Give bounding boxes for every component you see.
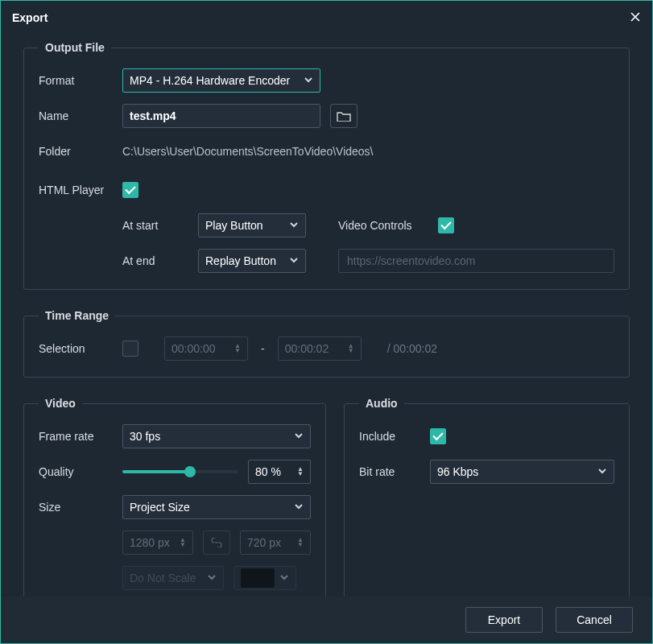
time-to-input[interactable]: 00:00:02 ▲▼: [278, 336, 362, 361]
chevron-down-icon: [294, 430, 304, 443]
stepper-arrows-icon: ▲▼: [297, 538, 304, 547]
url-input[interactable]: https://screentovideo.com: [338, 249, 614, 273]
selection-checkbox[interactable]: [122, 341, 138, 357]
link-dimensions-button[interactable]: [203, 530, 230, 555]
quality-label: Quality: [39, 465, 113, 478]
time-from-input[interactable]: 00:00:00 ▲▼: [164, 336, 248, 361]
output-file-group: Output File Format MP4 - H.264 Hardware …: [23, 41, 630, 290]
chevron-down-icon: [207, 572, 217, 584]
titlebar: Export: [1, 1, 652, 35]
include-audio-checkbox[interactable]: [430, 428, 446, 444]
video-controls-label: Video Controls: [338, 219, 412, 232]
bitrate-select[interactable]: 96 Kbps: [430, 460, 614, 484]
name-label: Name: [39, 109, 113, 122]
browse-folder-button[interactable]: [330, 104, 357, 128]
chevron-down-icon: [289, 254, 299, 267]
name-input[interactable]: [122, 104, 320, 128]
dialog-footer: Export Cancel: [1, 597, 652, 643]
size-label: Size: [39, 501, 113, 514]
stepper-arrows-icon: ▲▼: [297, 467, 304, 477]
time-sep: -: [258, 342, 268, 355]
html-player-checkbox[interactable]: [122, 182, 138, 198]
chevron-down-icon: [289, 219, 299, 232]
output-file-legend: Output File: [39, 41, 111, 54]
window-title: Export: [12, 11, 48, 24]
size-select[interactable]: Project Size: [122, 495, 311, 519]
chevron-down-icon: [304, 74, 313, 87]
time-range-legend: Time Range: [39, 309, 115, 322]
format-select[interactable]: MP4 - H.264 Hardware Encoder: [122, 68, 320, 93]
time-duration: / 00:00:02: [387, 342, 437, 355]
stepper-arrows-icon: ▲▼: [234, 344, 241, 353]
folder-path: C:\Users\User\Documents\ScreenToVideo\Vi…: [122, 145, 374, 158]
framerate-label: Frame rate: [39, 430, 113, 443]
color-swatch: [241, 568, 275, 588]
include-label: Include: [359, 430, 420, 443]
at-start-label: At start: [122, 219, 188, 232]
height-input[interactable]: 720 px ▲▼: [240, 530, 311, 555]
chevron-down-icon: [597, 465, 607, 478]
video-legend: Video: [39, 397, 82, 410]
cancel-button[interactable]: Cancel: [556, 607, 633, 633]
chevron-down-icon: [279, 572, 289, 584]
selection-label: Selection: [39, 342, 113, 355]
at-end-label: At end: [122, 254, 188, 267]
quality-input[interactable]: 80 % ▲▼: [248, 460, 311, 484]
audio-group: Audio Include Bit rate 96 Kbps: [344, 397, 630, 597]
at-end-select[interactable]: Replay Button: [198, 249, 306, 273]
time-range-group: Time Range Selection 00:00:00 ▲▼ - 00:00…: [23, 309, 630, 378]
bitrate-label: Bit rate: [359, 465, 420, 478]
quality-slider[interactable]: [122, 470, 238, 473]
close-icon[interactable]: [630, 10, 641, 27]
width-input[interactable]: 1280 px ▲▼: [122, 530, 193, 555]
export-button[interactable]: Export: [465, 607, 543, 633]
format-label: Format: [39, 74, 113, 87]
framerate-select[interactable]: 30 fps: [122, 424, 311, 448]
video-group: Video Frame rate 30 fps Quality: [23, 397, 326, 597]
bgcolor-select[interactable]: [234, 566, 296, 590]
at-start-select[interactable]: Play Button: [198, 213, 306, 237]
scale-select[interactable]: Do Not Scale: [122, 566, 224, 590]
stepper-arrows-icon: ▲▼: [348, 344, 354, 353]
video-controls-checkbox[interactable]: [438, 217, 454, 233]
stepper-arrows-icon: ▲▼: [180, 538, 186, 547]
html-player-label: HTML Player: [39, 184, 113, 196]
folder-label: Folder: [39, 145, 113, 158]
chevron-down-icon: [294, 501, 304, 514]
audio-legend: Audio: [359, 397, 404, 410]
